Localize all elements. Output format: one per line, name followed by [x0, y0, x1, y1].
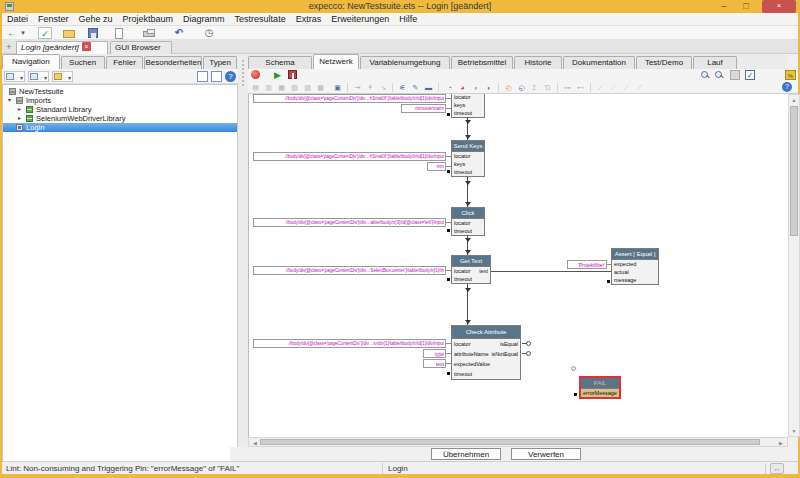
delete-icon[interactable]: ▨	[302, 82, 313, 92]
tab-test-demo[interactable]: Test/Demo	[636, 56, 692, 69]
tab-netzwerk[interactable]: Netzwerk	[313, 54, 359, 69]
menu-extras[interactable]: Extras	[291, 13, 327, 26]
toggle-pin-icon[interactable]: ◗	[483, 82, 494, 92]
menu-hilfe[interactable]: Hilfe	[394, 13, 422, 26]
search-icon[interactable]	[251, 70, 260, 79]
block-get-text[interactable]: Get Text locatortext timeout	[451, 255, 491, 284]
align-vertical-icon[interactable]: ⊷	[575, 82, 586, 92]
tab-betriebsmittel[interactable]: Betriebsmittel	[451, 56, 513, 69]
scroll-left-icon[interactable]: ◀	[250, 440, 260, 446]
insert-step-icon[interactable]: ⇥	[352, 82, 363, 92]
history-icon[interactable]: ◷	[202, 27, 216, 39]
menu-testresultate[interactable]: Testresultate	[230, 13, 291, 26]
new-item-menu-button[interactable]: ▾	[28, 71, 49, 82]
add-output-pin-icon[interactable]: ◖	[470, 82, 481, 92]
canvas-vertical-scrollbar[interactable]: ▲ ▼	[788, 94, 800, 437]
float-view-icon[interactable]	[197, 71, 208, 82]
palette-icon[interactable]: ▣	[332, 82, 343, 92]
vertical-scroll-thumb[interactable]	[790, 106, 798, 236]
tab-besonderheiten[interactable]: Besonderheiten	[144, 56, 202, 69]
undo-icon[interactable]: ↶	[172, 27, 186, 39]
expander-expanded-icon[interactable]: ▾	[8, 96, 11, 105]
tab-historie[interactable]: Historie	[514, 56, 562, 69]
menu-projektbaum[interactable]: Projektbaum	[118, 13, 179, 26]
save-layout-icon[interactable]	[211, 71, 222, 82]
new-document-icon[interactable]	[112, 27, 126, 39]
value-label-attr-name[interactable]: type	[423, 349, 446, 358]
save-icon[interactable]	[86, 27, 100, 39]
block-send-keys[interactable]: Send Keys locator keys timeout	[451, 140, 485, 177]
tab-typen[interactable]: Typen	[203, 56, 237, 69]
auto-connect-icon[interactable]: ▬	[423, 82, 434, 92]
resize-grip-icon[interactable]: ↔	[770, 463, 784, 474]
canvas-horizontal-scrollbar[interactable]: ◀ ▶	[248, 437, 788, 447]
align-horizontal-icon[interactable]: ⊶	[562, 82, 573, 92]
menu-gehe-zu[interactable]: Gehe zu	[74, 13, 118, 26]
value-label-password[interactable]: mm	[427, 162, 446, 171]
expander-collapsed-icon[interactable]: ▸	[18, 105, 21, 114]
debug-icon[interactable]	[288, 70, 297, 79]
zoom-level-icon[interactable]: %	[785, 70, 796, 80]
cut-icon[interactable]: ▤	[250, 82, 261, 92]
value-label-username[interactable]: mmustermann	[401, 104, 446, 113]
move-up-icon[interactable]: ↟	[365, 82, 376, 92]
tree-item-imports[interactable]: ▾ Imports	[3, 96, 237, 105]
help-icon[interactable]: ?	[782, 82, 792, 92]
xpath-label-click[interactable]: //body/div[@class='pageContentDiv']/div……	[253, 218, 446, 227]
folder-menu-button[interactable]: ▾	[52, 71, 73, 82]
scroll-right-icon[interactable]: ▶	[776, 440, 786, 446]
select-all-icon[interactable]: ▩	[315, 82, 326, 92]
line-style-4-icon[interactable]: ⟋	[634, 82, 645, 92]
expander-collapsed-icon[interactable]: ▸	[18, 114, 21, 123]
tab-close-icon[interactable]: ×	[82, 42, 91, 51]
block-partial[interactable]: locator keys timeout	[451, 94, 485, 118]
help-icon[interactable]: ?	[225, 71, 236, 82]
view-menu-button[interactable]: ▾	[4, 71, 25, 82]
block-fail[interactable]: FAIL errorMessage	[579, 376, 621, 399]
fit-view-icon[interactable]	[730, 70, 740, 80]
paste-icon[interactable]: ▦	[276, 82, 287, 92]
xpath-label-username[interactable]: //body/div[@class='pageContentDiv']/div……	[253, 94, 446, 103]
anchor-point[interactable]	[571, 366, 576, 371]
line-style-2-icon[interactable]: ⟋	[608, 82, 619, 92]
edit-connection-icon[interactable]: ✎	[410, 82, 421, 92]
menu-diagramm[interactable]: Diagramm	[178, 13, 230, 26]
back-dropdown-icon[interactable]: ▾	[19, 27, 27, 39]
discard-button[interactable]: Verwerfen	[511, 448, 581, 460]
tab-schema[interactable]: Schema	[248, 56, 312, 69]
tab-variablenumgebung[interactable]: Variablenumgebung	[360, 56, 450, 69]
connect-pins-icon[interactable]: ⚟	[397, 82, 408, 92]
print-icon[interactable]	[142, 27, 156, 39]
copy-icon[interactable]: ▥	[263, 82, 274, 92]
menu-fenster[interactable]: Fenster	[33, 13, 74, 26]
tree-item-standard-library[interactable]: ▸ Standard Library	[3, 105, 237, 114]
sum-icon[interactable]: Σ	[529, 82, 540, 92]
tab-login[interactable]: Login [geändert]×	[16, 41, 108, 54]
accept-icon[interactable]: ✓	[38, 27, 52, 39]
menu-erweiterungen[interactable]: Erweiterungen	[326, 13, 394, 26]
menu-datei[interactable]: Datei	[2, 13, 33, 26]
scroll-down-icon[interactable]: ▼	[789, 428, 799, 434]
close-button[interactable]: ×	[762, 0, 796, 13]
xpath-label-gettext[interactable]: //body/div[@class='pageContentDiv']/div……	[253, 266, 446, 275]
line-style-1-icon[interactable]: ⟋	[595, 82, 606, 92]
tab-dokumentation[interactable]: Dokumentation	[563, 56, 635, 69]
data-type-icon[interactable]: Ɗ	[542, 82, 553, 92]
block-check-attribute[interactable]: Check Attribute locatorisEqual attribute…	[451, 325, 521, 380]
maximize-button[interactable]: □	[736, 0, 756, 13]
line-style-3-icon[interactable]: ⟋	[621, 82, 632, 92]
tab-navigation[interactable]: Navigation	[2, 54, 60, 69]
grid-checkbox[interactable]: ✓	[745, 70, 755, 80]
horizontal-scroll-thumb[interactable]	[260, 439, 760, 445]
tree-item-login[interactable]: Login	[3, 123, 237, 132]
minimize-button[interactable]: –	[714, 0, 734, 13]
xpath-label-checkattr[interactable]: //body/div[@class='pageContentDiv']/div……	[253, 339, 446, 348]
tree-item-seleniumwebdriverlibrary[interactable]: ▸ SeleniumWebDriverLibrary	[3, 114, 237, 123]
run-icon[interactable]: ▶	[272, 70, 283, 80]
tab-gui-browser[interactable]: GUI Browser	[110, 41, 172, 54]
scroll-up-icon[interactable]: ▲	[789, 97, 799, 103]
panel-splitter[interactable]	[238, 54, 248, 474]
apply-button[interactable]: Übernehmen	[431, 448, 501, 460]
duplicate-icon[interactable]: ▧	[289, 82, 300, 92]
network-canvas[interactable]: locator keys timeout //body/div[@class='…	[248, 94, 788, 437]
